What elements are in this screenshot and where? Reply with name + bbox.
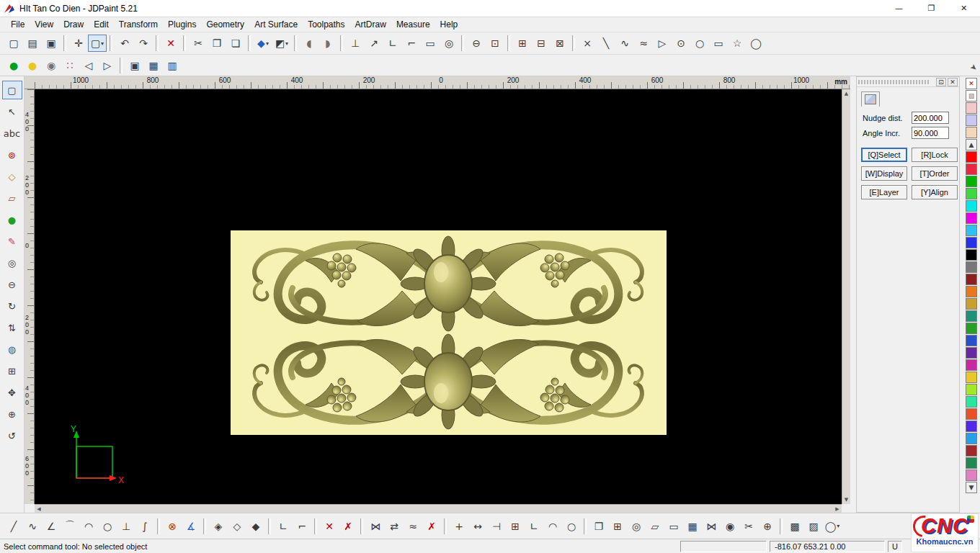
select-tool-icon[interactable]: ▢▾ [88, 35, 107, 52]
circle-tool-icon[interactable]: ○ [98, 517, 117, 536]
color-swatch[interactable] [966, 408, 977, 420]
scroll-up-icon[interactable]: ▲ [842, 89, 851, 98]
trim-tool-icon[interactable]: ✂ [739, 517, 758, 536]
color-swatch[interactable] [966, 261, 977, 273]
layer-mode-button[interactable]: [E]Layer [861, 185, 907, 199]
cut-icon[interactable]: ✂ [189, 35, 208, 52]
menu-item[interactable]: File [6, 18, 30, 31]
relief-shaded-icon[interactable]: ◗ [318, 35, 337, 52]
panel-grip[interactable] [858, 80, 930, 84]
color-swatch[interactable] [966, 114, 977, 126]
palette-scroll-up[interactable]: ▲ [966, 139, 977, 150]
hatch-fill-icon[interactable]: ▨ [804, 517, 823, 536]
color-swatch[interactable] [966, 127, 977, 138]
menu-item[interactable]: Art Surface [249, 18, 303, 31]
node-edit-icon[interactable]: ↖ [2, 102, 22, 121]
relief-preview-icon[interactable]: ◖ [300, 35, 318, 52]
break-curve-icon[interactable]: ✕ [320, 517, 339, 536]
color-swatch[interactable] [966, 176, 977, 187]
draw-line-tool-icon[interactable]: ╱ [4, 517, 23, 536]
draw-circle-icon[interactable]: ⊙ [672, 35, 690, 52]
zoom-all-icon[interactable]: ◎ [2, 253, 22, 272]
lasso-select-icon[interactable]: ◯▾ [823, 517, 842, 536]
color-swatch[interactable] [966, 225, 977, 236]
scroll-down-icon[interactable]: ▼ [842, 495, 851, 504]
grid-view-icon[interactable]: ▦ [144, 57, 163, 74]
color-swatch[interactable] [966, 396, 977, 408]
hatch-swatch[interactable]: ▨ [966, 90, 977, 102]
boolean-tool-icon[interactable]: ⊕ [758, 517, 777, 536]
menu-item[interactable]: Measure [391, 18, 435, 31]
pen-color-icon[interactable]: ● [4, 57, 23, 74]
section-view-icon[interactable]: ▥ [163, 57, 182, 74]
sphere-view-icon[interactable]: ◍ [2, 340, 22, 359]
draw-polygon-icon[interactable]: ▷ [653, 35, 672, 52]
history-forward-icon[interactable]: ▷ [98, 57, 117, 74]
color-swatch[interactable] [966, 212, 977, 224]
perpendicular-tool-icon[interactable]: ⊥ [117, 517, 135, 536]
new-file-icon[interactable]: ▢ [4, 35, 23, 52]
menu-item[interactable]: View [30, 18, 58, 31]
lock-mode-button[interactable]: [R]Lock [912, 148, 958, 162]
draw-rectangle-icon[interactable]: ▭ [709, 35, 728, 52]
align-corner-icon[interactable]: ∟ [274, 517, 293, 536]
spline-tool-icon[interactable]: ∫ [135, 517, 154, 536]
refresh-view-icon[interactable]: ↺ [2, 426, 22, 445]
wireframe-view-icon[interactable]: ▣ [125, 57, 144, 74]
offset-contour-icon[interactable]: ▱ [646, 517, 664, 536]
canvas-viewport[interactable]: Y X [35, 89, 842, 504]
menu-item[interactable]: Help [435, 18, 463, 31]
color-swatch[interactable] [966, 286, 977, 297]
no-color-swatch[interactable]: ✕ [966, 78, 977, 89]
undo-icon[interactable]: ↶ [115, 35, 134, 52]
color-swatch[interactable] [966, 335, 977, 346]
swap-view-icon[interactable]: ⇅ [2, 318, 22, 337]
draw-ellipse-icon[interactable]: ○ [690, 35, 709, 52]
polyline-tool-icon[interactable]: ∠ [42, 517, 61, 536]
insert-node-icon[interactable]: ◈ [209, 517, 228, 536]
fill-tool-icon[interactable]: ● [2, 210, 22, 229]
delete-node-icon[interactable]: ◆ [246, 517, 265, 536]
smart-snap-icon[interactable]: ◎ [440, 35, 458, 52]
close-button[interactable]: ✕ [948, 0, 980, 17]
color-swatch[interactable] [966, 274, 977, 285]
menu-item[interactable]: Edit [89, 18, 114, 31]
color-swatch[interactable] [966, 347, 977, 359]
draw-polyline-icon[interactable]: ∿ [615, 35, 634, 52]
angle-snap-tool-icon[interactable]: ∡ [182, 517, 200, 536]
frame-select-icon[interactable]: ⊡ [486, 35, 504, 52]
open-file-icon[interactable]: ▤ [23, 35, 42, 52]
menu-item[interactable]: Toolpaths [303, 18, 349, 31]
color-swatch[interactable] [966, 469, 977, 481]
text-tool-icon[interactable]: abc [2, 124, 22, 143]
measure-grid-icon[interactable]: ⊞ [506, 517, 525, 536]
array-rect-icon[interactable]: ⊞ [608, 517, 627, 536]
nudge-input[interactable] [912, 112, 949, 124]
delete-icon[interactable]: ✕ [161, 35, 180, 52]
color-swatch[interactable] [966, 200, 977, 212]
align-mode-button[interactable]: [Y]Align [912, 185, 958, 199]
snap-move-icon[interactable]: ✛ [69, 35, 88, 52]
outline-icon[interactable]: ▭ [664, 517, 683, 536]
freehand-tool-icon[interactable]: ∿ [23, 517, 42, 536]
cut-curve-icon[interactable]: ✗ [339, 517, 357, 536]
maximize-button[interactable]: ❐ [915, 0, 948, 17]
rotate-copy-icon[interactable]: ⊠ [551, 35, 569, 52]
trace-mode-icon[interactable]: ◉ [42, 57, 61, 74]
add-point-icon[interactable]: + [450, 517, 468, 536]
measure-arc-icon[interactable]: ◠ [543, 517, 562, 536]
anchor-point-icon[interactable]: ⊥ [346, 35, 365, 52]
vertical-scrollbar[interactable]: ▲ ▼ [842, 89, 850, 504]
menu-item[interactable]: Transform [114, 18, 163, 31]
draw-curve-icon[interactable]: ≈ [634, 35, 653, 52]
redo-icon[interactable]: ↷ [134, 35, 153, 52]
color-swatch[interactable] [966, 384, 977, 395]
draw-ring-icon[interactable]: ◯ [747, 35, 765, 52]
menu-item[interactable]: Draw [58, 18, 89, 31]
measure-distance-icon[interactable]: ↔ [468, 517, 487, 536]
move-node-icon[interactable]: ◇ [228, 517, 246, 536]
palette-picker-icon[interactable]: ◩▾ [272, 35, 291, 52]
panel-close-button[interactable]: ✕ [948, 78, 958, 86]
color-swatch[interactable] [966, 323, 977, 334]
save-file-icon[interactable]: ▣ [42, 35, 61, 52]
